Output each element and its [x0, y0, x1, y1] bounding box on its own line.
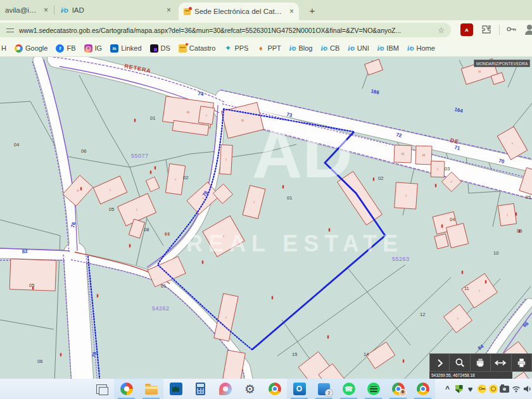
parcel-number: 05: [29, 282, 34, 288]
iad-icon: i∕o: [289, 44, 296, 53]
taskbar-file-explorer[interactable]: [139, 379, 163, 399]
tray-heart-icon[interactable]: ♥: [466, 379, 475, 399]
calculator-icon: [196, 383, 205, 395]
zone-number: 54262: [152, 305, 170, 312]
google-icon: [15, 44, 23, 53]
bookmark-fb[interactable]: fFB: [56, 44, 75, 53]
facebook-icon: f: [56, 44, 64, 53]
taskbar-calculator[interactable]: [188, 379, 213, 399]
close-icon[interactable]: ×: [289, 8, 294, 15]
map-toolbar-zoom-button[interactable]: [450, 353, 470, 372]
taskbar-mail-app[interactable]: 2: [312, 379, 336, 399]
map-toolbar-measure-button[interactable]: [491, 353, 511, 372]
taskbar-outlook[interactable]: O: [287, 379, 312, 399]
task-view-icon: [96, 384, 107, 394]
parcel-marker: [129, 244, 130, 248]
file-explorer-icon: [145, 386, 158, 395]
bookmark-cb[interactable]: i∕oCB: [320, 44, 339, 53]
outlook-icon: O: [293, 383, 306, 395]
taskbar-spotify[interactable]: [361, 379, 386, 399]
bookmark-google[interactable]: Google: [15, 44, 48, 53]
bookmark-h[interactable]: H: [1, 44, 6, 52]
bookmark-ds[interactable]: DS: [150, 44, 170, 53]
new-tab-button[interactable]: +: [307, 4, 318, 16]
bookmark-linked[interactable]: inLinked: [110, 44, 141, 53]
taskbar-chrome-2[interactable]: [410, 379, 435, 399]
parcel-number: 03: [445, 166, 450, 172]
taskbar-chrome[interactable]: [262, 379, 287, 399]
bookmark-home[interactable]: i∕oHome: [407, 44, 435, 53]
bookmark-label: FB: [66, 44, 75, 52]
tray-camera-icon[interactable]: [500, 379, 509, 399]
iad-logo-icon: i∕o: [61, 6, 68, 14]
address-bar[interactable]: www1.sedecatastro.gob.es/Cartografia/map…: [0, 23, 451, 37]
taskbar-store-app[interactable]: [163, 379, 188, 399]
bookmark-blog[interactable]: i∕oBlog: [289, 44, 313, 53]
cadastral-map[interactable]: IIIIIIIIIIIIIIIIIIIIIIIIIIIIIIIIIII04060…: [0, 57, 532, 379]
taskbar-google-app[interactable]: [114, 379, 139, 399]
extensions-puzzle-icon[interactable]: [479, 23, 492, 36]
parcel-marker: [155, 167, 156, 170]
bookmark-label: IG: [95, 44, 103, 52]
tray-key-icon[interactable]: [477, 379, 486, 399]
url-text[interactable]: www1.sedecatastro.gob.es/Cartografia/map…: [19, 27, 434, 34]
bookmark-ppt[interactable]: ♦PPT: [256, 44, 281, 53]
building-floors-label: I: [437, 167, 438, 171]
building: III: [394, 145, 412, 163]
map-toolbar-print-button[interactable]: [512, 353, 532, 372]
tab-catastro-active[interactable]: Sede Electrónica del Catastro - ×: [179, 3, 299, 20]
bookmark-label: UNI: [357, 44, 369, 52]
map-toolbar-expand-button[interactable]: [429, 353, 450, 372]
close-icon[interactable]: ×: [167, 6, 171, 14]
bookmark-pps[interactable]: ✦PPS: [224, 44, 248, 53]
taskbar-whatsapp[interactable]: ☎: [336, 379, 361, 399]
taskbar-settings[interactable]: ⚙: [238, 379, 262, 399]
copy-icon: [473, 355, 488, 371]
taskbar-task-view[interactable]: [89, 379, 114, 399]
parcel-marker: [441, 225, 443, 228]
parcel-number: 02: [378, 175, 383, 181]
building: I: [431, 161, 445, 177]
iad-icon: i∕o: [320, 44, 327, 53]
print-icon: [514, 355, 529, 371]
ds-icon: [150, 44, 158, 53]
parcel-number: 06: [37, 358, 42, 364]
profile-avatar-icon[interactable]: [524, 23, 532, 36]
iad-icon: i∕o: [407, 44, 414, 53]
bookmark-catastro[interactable]: Catastro: [179, 44, 216, 53]
parcel-marker: [134, 119, 136, 122]
map-toolbar-copy-button[interactable]: [471, 353, 491, 372]
close-icon[interactable]: ×: [44, 6, 48, 14]
chrome-2-icon: [417, 383, 429, 395]
tray-speaker-icon[interactable]: [522, 379, 532, 399]
iad-icon: i∕o: [377, 44, 384, 53]
bookmark-label: Google: [25, 44, 48, 52]
tray-chevron-icon[interactable]: ^: [443, 379, 452, 399]
bookmark-uni[interactable]: i∕oUNI: [348, 44, 369, 53]
tray-wifi-icon[interactable]: [511, 379, 521, 399]
bookmark-ibm[interactable]: i∕oIBM: [377, 44, 399, 53]
linkedin-icon: in: [110, 44, 118, 53]
bookmark-ig[interactable]: IG: [84, 44, 103, 53]
bookmark-label: DS: [161, 44, 170, 52]
system-tray: ^♥: [443, 379, 532, 399]
taskbar-chrome-profile[interactable]: [386, 379, 410, 399]
adobe-extension-icon[interactable]: A: [460, 23, 473, 36]
tray-clock-icon[interactable]: [488, 379, 498, 399]
bookmark-star-icon[interactable]: ☆: [438, 26, 445, 35]
password-keys-icon[interactable]: [505, 23, 518, 36]
paint-3d-icon: [219, 383, 232, 395]
parcel-number: 06: [81, 148, 86, 154]
tab-iad[interactable]: i∕o IAD ×: [56, 0, 176, 20]
tab-mail[interactable]: avila@iades… ×: [0, 0, 53, 20]
zone-number: 55077: [131, 153, 149, 159]
tray-shield-icon[interactable]: [454, 379, 464, 399]
building-floors-label: III: [402, 152, 404, 156]
site-settings-icon[interactable]: [6, 27, 14, 34]
measure-icon: [493, 355, 508, 371]
street-name: 66: [165, 232, 170, 236]
watermark-text: REAL ESTATE: [186, 231, 403, 256]
parcel-number: 06: [517, 228, 522, 234]
parcel-marker: [435, 184, 436, 187]
taskbar-paint-3d[interactable]: [213, 379, 238, 399]
